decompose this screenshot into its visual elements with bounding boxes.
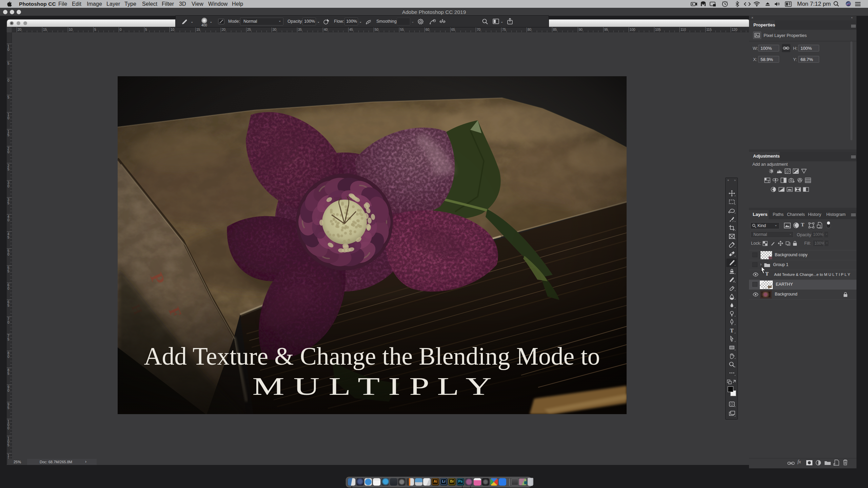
svg-text:T: T: [730, 328, 734, 333]
svg-text:M U L T I P L Y: M U L T I P L Y: [252, 372, 492, 400]
svg-text:Add Texture & Change the Blend: Add Texture & Change the Blending Mode t…: [144, 342, 600, 370]
